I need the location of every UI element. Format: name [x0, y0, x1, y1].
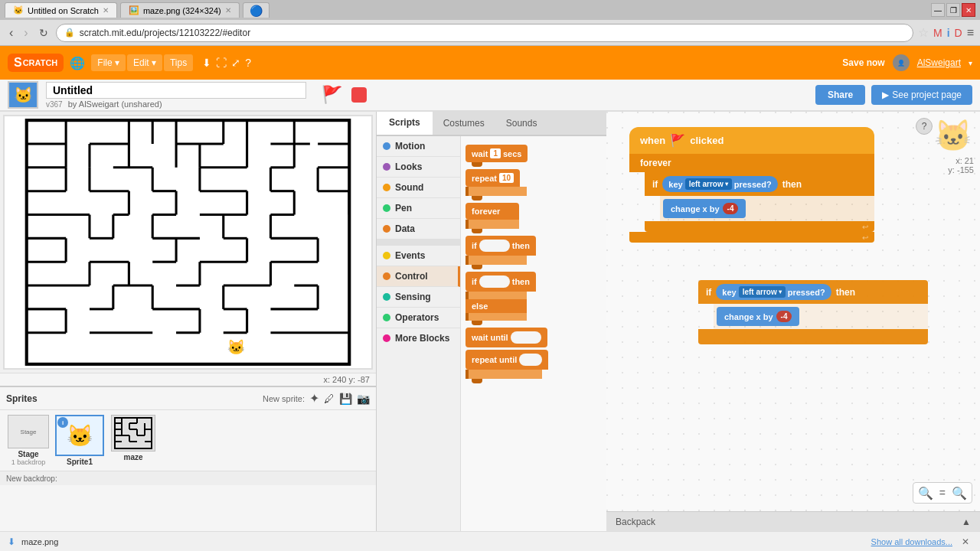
- new-sprite-camera[interactable]: 📷: [357, 393, 370, 405]
- cat-pen[interactable]: Pen: [377, 198, 460, 219]
- tab-new-icon: 🔵: [250, 5, 263, 17]
- cat-control[interactable]: Control: [377, 266, 460, 287]
- nav-back[interactable]: ‹: [6, 24, 16, 41]
- help-canvas-btn[interactable]: ?: [916, 118, 933, 135]
- tab-costumes[interactable]: Costumes: [433, 112, 495, 135]
- username-label[interactable]: AlSweigart: [917, 57, 961, 68]
- nav-forward[interactable]: ›: [21, 24, 31, 41]
- win-minimize[interactable]: —: [931, 3, 945, 17]
- change-x-value-2[interactable]: -4: [776, 311, 792, 322]
- key-dropdown-2[interactable]: left arrow ▾: [739, 286, 786, 298]
- sprite1-thumbnail[interactable]: i 🐱 Sprite1: [54, 415, 106, 466]
- key-cond-2[interactable]: key left arrow ▾ pressed?: [716, 284, 831, 300]
- key-dropdown[interactable]: left arrow ▾: [685, 178, 732, 190]
- y-coord: y: -155: [948, 165, 974, 174]
- win-close[interactable]: ✕: [962, 3, 975, 17]
- new-backdrop-section: New backdrop:: [0, 471, 376, 485]
- new-sprite-star[interactable]: ✦: [309, 391, 319, 406]
- blocks-palette: wait 1 secs repeat 10: [461, 136, 606, 531]
- address-bar[interactable]: 🔒 scratch.mit.edu/projects/12103222/#edi…: [56, 24, 913, 42]
- zoom-eq-btn[interactable]: =: [936, 485, 949, 500]
- user-icon[interactable]: i: [947, 27, 950, 39]
- tips-btn[interactable]: Tips: [164, 54, 193, 71]
- nav-refresh[interactable]: ↻: [36, 25, 51, 41]
- xy-display: x: 21 y: -155: [948, 156, 974, 174]
- edit-menu[interactable]: Edit ▾: [127, 54, 162, 71]
- cat-data[interactable]: Data: [377, 219, 460, 240]
- menu-icon[interactable]: ≡: [967, 26, 974, 40]
- zoom-in-btn[interactable]: 🔍: [918, 485, 933, 500]
- change-x-value[interactable]: -4: [723, 203, 739, 214]
- bookmark-icon[interactable]: ☆: [918, 25, 929, 40]
- lock-icon: 🔒: [64, 28, 75, 37]
- close-downloads-btn[interactable]: ✕: [959, 536, 972, 547]
- block-repeat-until-hole: [519, 354, 542, 366]
- if-label-row[interactable]: if key left arrow ▾ pressed?: [645, 172, 874, 196]
- expand-icon[interactable]: ⛶: [216, 57, 227, 69]
- zoom-out-btn[interactable]: 🔍: [952, 485, 967, 500]
- download-icon[interactable]: ⬇: [202, 57, 211, 69]
- tab-sounds[interactable]: Sounds: [495, 112, 548, 135]
- tab-close-maze[interactable]: ✕: [225, 6, 231, 15]
- share-btn[interactable]: Share: [815, 85, 865, 105]
- tab-close-scratch[interactable]: ✕: [103, 6, 109, 15]
- block-forever[interactable]: forever: [466, 203, 602, 233]
- show-downloads-btn[interactable]: Show all downloads...: [871, 537, 952, 546]
- user-dropdown-arrow[interactable]: ▾: [969, 59, 972, 67]
- tab-scratch[interactable]: 🐱 Untitled on Scratch ✕: [5, 2, 117, 18]
- change-x-block[interactable]: change x by -4: [663, 199, 746, 218]
- if-block-2-label[interactable]: if key left arrow ▾ pressed? then: [698, 280, 928, 304]
- block-if-else[interactable]: if then else: [466, 272, 602, 325]
- cat-events[interactable]: Events: [377, 246, 460, 266]
- help-header-icon[interactable]: ?: [245, 57, 251, 69]
- tab-favicon-scratch: 🐱: [13, 5, 24, 15]
- maze-sprite-thumbnail[interactable]: maze: [109, 415, 158, 461]
- project-title-input[interactable]: [46, 82, 306, 99]
- cat-motion[interactable]: Motion: [377, 136, 460, 157]
- green-flag-btn[interactable]: 🚩: [322, 85, 342, 105]
- new-sprite-paint[interactable]: 🖊: [324, 393, 335, 405]
- globe-icon[interactable]: 🌐: [70, 56, 85, 70]
- stop-btn[interactable]: [351, 87, 367, 103]
- forever-close: ↩: [629, 232, 874, 243]
- x-coord: x: 21: [948, 156, 974, 165]
- tab-scripts[interactable]: Scripts: [377, 112, 433, 135]
- scripting-canvas[interactable]: 🐱 ? x: 21 y: -155 when 🚩 clicked: [606, 112, 980, 511]
- stage-thumbnail[interactable]: Stage Stage 1 backdrop: [6, 415, 51, 466]
- stage-thumb-img: Stage: [8, 415, 49, 448]
- gmail-icon[interactable]: M: [933, 27, 942, 39]
- tab-new[interactable]: 🔵: [243, 2, 270, 18]
- block-repeat[interactable]: repeat 10: [466, 169, 602, 201]
- new-sprite-upload[interactable]: 💾: [339, 393, 352, 405]
- block-wait-until[interactable]: wait until: [466, 328, 602, 347]
- block-if[interactable]: if then: [466, 236, 602, 269]
- stage-viewport: 🐱: [3, 115, 373, 370]
- cat-looks[interactable]: Looks: [377, 157, 460, 178]
- see-project-btn[interactable]: ▶ See project page: [871, 85, 972, 105]
- block-repeat-until[interactable]: repeat until: [466, 350, 602, 383]
- block-wait-value[interactable]: 1: [490, 148, 501, 158]
- key-condition-block[interactable]: key left arrow ▾ pressed?: [662, 176, 777, 192]
- save-now-btn[interactable]: Save now: [842, 57, 884, 68]
- tab-maze[interactable]: 🖼️ maze.png (324×324) ✕: [120, 2, 240, 18]
- fullscreen-icon[interactable]: ⤢: [231, 57, 240, 69]
- cat-more-blocks[interactable]: More Blocks: [377, 328, 460, 348]
- block-wait[interactable]: wait 1 secs: [466, 145, 602, 167]
- win-maximize[interactable]: ❐: [946, 3, 960, 17]
- cat-sound[interactable]: Sound: [377, 178, 460, 198]
- cat-events-dot: [383, 252, 390, 259]
- backpack-toggle[interactable]: ▲: [962, 517, 971, 527]
- cat-motion-dot: [383, 142, 390, 150]
- change-x-block-2[interactable]: change x by -4: [717, 307, 799, 326]
- browser-chrome: 🐱 Untitled on Scratch ✕ 🖼️ maze.png (324…: [0, 0, 980, 46]
- then-label: then: [782, 179, 802, 190]
- cat-operators[interactable]: Operators: [377, 308, 460, 328]
- hat-block[interactable]: when 🚩 clicked: [629, 127, 874, 154]
- forever-label-row[interactable]: forever: [629, 154, 874, 172]
- see-project-arrow: ▶: [882, 90, 889, 100]
- center-panel: Scripts Costumes Sounds Motion Looks: [377, 112, 606, 531]
- cat-sensing[interactable]: Sensing: [377, 287, 460, 308]
- block-repeat-value[interactable]: 10: [499, 173, 514, 183]
- lastpass-icon[interactable]: D: [955, 27, 962, 39]
- file-menu[interactable]: File ▾: [91, 54, 126, 71]
